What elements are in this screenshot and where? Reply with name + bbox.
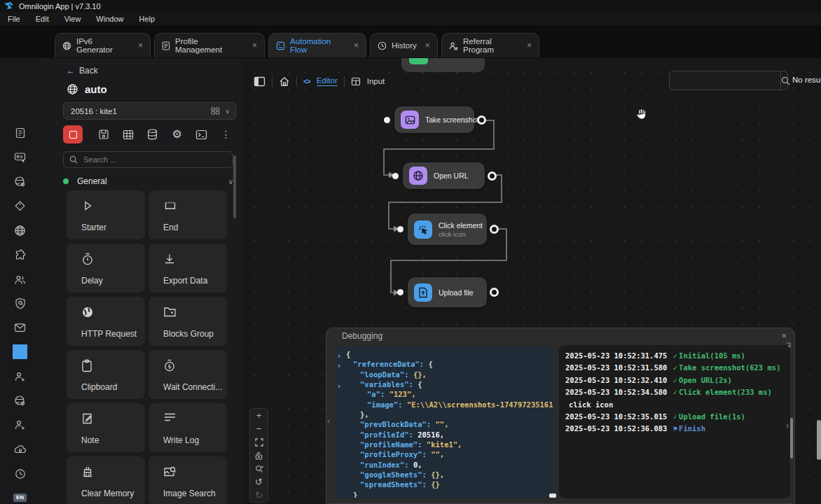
profiles-icon[interactable] — [13, 125, 27, 140]
panel-scrollbar[interactable] — [233, 155, 236, 218]
block-card-http-request[interactable]: HTTP Request — [67, 297, 145, 346]
block-card-clear-memory[interactable]: Clear Memory — [67, 456, 145, 504]
partners-icon[interactable] — [13, 417, 27, 432]
input-port[interactable] — [397, 289, 403, 295]
close-icon[interactable]: × — [354, 41, 359, 50]
gear-icon[interactable]: ⚙ — [165, 129, 189, 140]
canvas-search-input[interactable] — [670, 71, 780, 90]
zoom-out-button[interactable]: − — [250, 422, 268, 435]
save-icon[interactable] — [91, 129, 116, 140]
proxy-icon[interactable] — [13, 174, 27, 189]
canvas-right-scrollbar[interactable] — [817, 420, 821, 460]
undo-icon[interactable]: ↺ — [250, 475, 268, 489]
redo-icon[interactable]: ↻ — [250, 489, 268, 502]
debug-json-viewer[interactable]: ∨ ∨ ∨ { "referenceData": { "loopData": {… — [335, 346, 553, 498]
output-port[interactable] — [490, 288, 499, 297]
zoom-select-icon[interactable] — [250, 462, 268, 475]
invite-icon[interactable] — [13, 369, 27, 384]
profile-select[interactable]: 20516 : kite1 ∨ — [63, 102, 236, 120]
node-click-element[interactable]: Click element click icon — [408, 214, 487, 245]
tab-profile-management[interactable]: Profile Management × — [154, 33, 265, 57]
messages-icon[interactable] — [13, 150, 27, 164]
home-icon[interactable] — [279, 76, 290, 87]
input-tab[interactable]: Input — [367, 77, 385, 85]
input-grid-icon[interactable] — [351, 77, 361, 86]
network-globe-icon[interactable] — [13, 223, 27, 238]
output-port[interactable] — [490, 225, 499, 234]
node-starter-partial[interactable] — [401, 58, 485, 72]
extensions-icon[interactable] — [13, 248, 27, 262]
block-label: Blocks Group — [163, 329, 214, 339]
tab-referral-program[interactable]: Referral Program × — [441, 33, 539, 57]
kebab-menu-icon[interactable]: ⋮ — [214, 130, 238, 139]
node-take-screenshot[interactable]: Take screenshot — [394, 106, 474, 133]
schedule-icon[interactable] — [13, 466, 27, 481]
back-button[interactable]: ← Back — [67, 66, 98, 76]
zoom-in-button[interactable]: + — [250, 409, 268, 422]
expand-right-icon[interactable]: › — [786, 421, 789, 430]
terminal-icon[interactable] — [189, 130, 214, 140]
menu-view[interactable]: View — [57, 15, 89, 23]
proxy-manager-icon[interactable] — [13, 393, 27, 408]
close-icon[interactable]: × — [138, 41, 143, 50]
block-card-blocks-group[interactable]: Blocks Group — [149, 297, 227, 346]
input-port[interactable] — [392, 173, 399, 179]
block-search-input[interactable] — [82, 155, 211, 164]
block-card-wait-connection[interactable]: Wait Connecti... — [149, 350, 227, 399]
menu-window[interactable]: Window — [88, 15, 131, 23]
language-badge[interactable]: EN — [13, 493, 27, 502]
output-port[interactable] — [488, 172, 497, 181]
collapse-chevron-icon[interactable]: ∨ — [338, 351, 340, 361]
tab-history[interactable]: History × — [370, 33, 438, 57]
database-icon[interactable] — [140, 129, 165, 140]
log-scrollbar[interactable] — [790, 418, 793, 458]
close-icon[interactable]: × — [425, 41, 430, 50]
input-port[interactable] — [384, 117, 390, 123]
menu-edit[interactable]: Edit — [28, 15, 57, 23]
table-icon[interactable] — [116, 130, 140, 140]
close-icon[interactable]: × — [781, 330, 787, 341]
canvas-search[interactable] — [669, 71, 788, 90]
collapse-left-icon[interactable]: ‹ — [327, 416, 330, 425]
team-icon[interactable] — [13, 272, 27, 287]
collapse-chevron-icon[interactable]: ∨ — [338, 361, 340, 371]
editor-tab[interactable]: Editor — [317, 76, 338, 86]
chevron-down-icon[interactable]: ∨ — [228, 178, 233, 186]
automation-icon-active[interactable] — [13, 344, 27, 359]
block-card-image-search[interactable]: Image Search — [149, 456, 227, 504]
block-search[interactable] — [63, 151, 233, 168]
block-card-clipboard[interactable]: Clipboard — [67, 350, 145, 399]
node-open-url[interactable]: Open URL — [403, 162, 485, 189]
block-card-note[interactable]: Note — [67, 403, 145, 452]
block-card-end[interactable]: End — [149, 190, 227, 239]
input-port[interactable] — [397, 226, 403, 232]
mail-icon[interactable] — [13, 320, 27, 335]
stop-button[interactable] — [63, 125, 83, 144]
block-card-write-log[interactable]: Write Log — [149, 403, 227, 452]
close-icon[interactable]: × — [252, 41, 257, 50]
search-button[interactable] — [780, 71, 790, 90]
lock-icon[interactable] — [250, 449, 268, 462]
panel-toggle-icon[interactable] — [254, 76, 265, 87]
block-card-delay[interactable]: Delay — [67, 244, 145, 293]
tab-automation-flow[interactable]: Automation Flow × — [268, 33, 366, 57]
check-icon: ✓ — [672, 351, 679, 360]
block-card-starter[interactable]: Starter — [67, 190, 145, 239]
fit-view-icon[interactable] — [250, 435, 268, 449]
check-icon: ✓ — [672, 412, 679, 421]
menu-file[interactable]: File — [0, 15, 28, 23]
collapse-chevron-icon[interactable]: ∨ — [338, 382, 340, 391]
cloud-sync-icon[interactable] — [13, 442, 27, 456]
tags-icon[interactable] — [13, 199, 27, 214]
block-card-export-data[interactable]: Export Data — [149, 244, 227, 293]
menu-help[interactable]: Help — [131, 15, 163, 23]
close-icon[interactable]: × — [527, 41, 532, 50]
debug-run-log[interactable]: 2025-05-23 10:52:31.475 ✓Initial(105 ms)… — [559, 345, 790, 498]
json-hscroll-thumb[interactable] — [549, 493, 556, 498]
security-icon[interactable] — [13, 296, 27, 311]
json-line: "runIndex": 0, — [335, 460, 553, 470]
category-general[interactable]: General ∨ — [63, 176, 233, 186]
node-upload-file[interactable]: Upload file — [408, 277, 487, 307]
output-port[interactable] — [477, 115, 486, 125]
tab-ipv6-generator[interactable]: IPv6 Generator × — [55, 33, 151, 57]
